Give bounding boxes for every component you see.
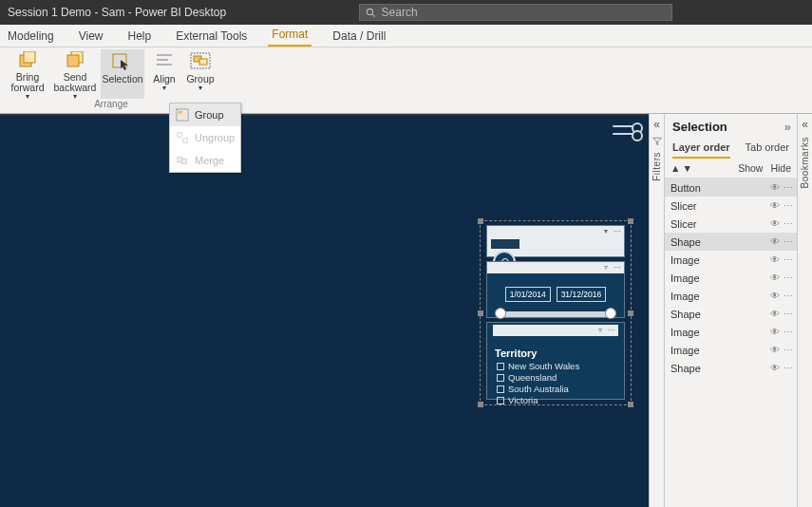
tab-help[interactable]: Help [124,26,156,47]
territory-option[interactable]: Victoria [497,395,618,405]
svg-rect-17 [178,133,181,137]
selection-item-name: Image [670,254,766,266]
visibility-icon[interactable]: 👁 [770,345,780,355]
svg-rect-5 [67,55,79,66]
resize-handle[interactable] [628,402,633,407]
slicer-date-from[interactable]: 1/01/2014 [505,287,551,302]
ribbon: Bring forward▾ Send backward▾ Selection … [0,47,812,114]
selection-item-name: Button [670,182,766,194]
show-all-button[interactable]: Show [738,162,763,174]
visibility-icon[interactable]: 👁 [770,182,780,193]
selection-item-name: Slicer [670,218,766,230]
selection-item-name: Shape [670,309,766,320]
more-options-icon[interactable]: ⋯ [784,236,793,247]
move-up-icon[interactable]: ▲ [670,162,680,174]
visibility-icon[interactable]: 👁 [770,327,780,337]
svg-rect-13 [199,59,207,65]
selection-item[interactable]: Shape👁⋯ [665,359,797,377]
visibility-icon[interactable]: 👁 [770,309,780,319]
selection-item[interactable]: Image👁⋯ [665,269,797,287]
tab-external-tools[interactable]: External Tools [172,26,251,47]
resize-handle[interactable] [478,402,483,407]
visual-territory-slicer[interactable]: ▿⋯ Territory New South Wales Queensland … [486,322,625,400]
visibility-icon[interactable]: 👁 [770,291,780,301]
align-button[interactable]: Align▾ [148,49,180,99]
resize-handle[interactable] [628,218,633,224]
tab-order-tab[interactable]: Tab order [746,141,789,159]
group-icon [176,108,189,122]
more-options-icon[interactable]: ⋯ [784,309,793,319]
filter-toggle-icon[interactable] [613,125,637,135]
selection-item[interactable]: Slicer👁⋯ [665,215,797,233]
selection-item[interactable]: Image👁⋯ [665,251,797,269]
slicer-date-to[interactable]: 31/12/2016 [557,287,607,302]
menu-item-ungroup: Ungroup [170,126,240,149]
resize-handle[interactable] [628,310,633,316]
more-options-icon[interactable]: ⋯ [784,363,793,373]
more-options-icon[interactable]: ⋯ [784,218,793,229]
slider-thumb-right[interactable] [605,308,616,319]
selection-item[interactable]: Image👁⋯ [665,323,797,341]
more-options-icon[interactable]: ⋯ [784,254,793,265]
layer-order-tab[interactable]: Layer order [672,141,730,159]
visibility-icon[interactable]: 👁 [770,254,780,265]
hide-all-button[interactable]: Hide [770,162,791,174]
selection-pane-button[interactable]: Selection [101,49,144,99]
move-down-icon[interactable]: ▼ [682,162,691,174]
visibility-icon[interactable]: 👁 [770,236,780,247]
selection-item[interactable]: Shape👁⋯ [665,233,797,251]
more-options-icon[interactable]: ⋯ [784,272,793,283]
visibility-icon[interactable]: 👁 [770,200,780,211]
selection-item-name: Image [670,272,766,284]
selection-list: Button👁⋯Slicer👁⋯Slicer👁⋯Shape👁⋯Image👁⋯Im… [665,178,797,507]
selection-item-name: Image [670,345,766,356]
visibility-icon[interactable]: 👁 [770,363,780,373]
territory-option[interactable]: South Australia [497,384,618,394]
ribbon-tabs: Modeling View Help External Tools Format… [0,25,812,47]
visual-button[interactable]: ▾⋯ ↶ [486,225,625,257]
date-slider[interactable] [497,311,614,317]
selection-item[interactable]: Button👁⋯ [665,178,797,197]
expand-pane-icon[interactable]: » [784,120,791,134]
resize-handle[interactable] [478,218,483,224]
selection-item-name: Shape [670,236,766,248]
selection-item[interactable]: Shape👁⋯ [665,305,797,323]
group-dropdown-menu: Group Ungroup Merge [169,103,241,173]
more-options-icon[interactable]: ⋯ [784,200,793,211]
resize-handle[interactable] [478,310,483,316]
more-options-icon[interactable]: ⋯ [784,345,793,355]
main-area: ▾⋯ ↶ ▿⋯ 1/01/2014 31/12/2016 ▿⋯ Terri [0,114,812,507]
selection-item[interactable]: Image👁⋯ [665,287,797,305]
selection-item[interactable]: Image👁⋯ [665,341,797,359]
filters-pane-collapsed[interactable]: « Filters [649,114,664,507]
slider-thumb-left[interactable] [495,308,506,319]
chevron-left-icon: « [653,118,660,131]
visibility-icon[interactable]: 👁 [770,218,780,229]
bring-forward-button[interactable]: Bring forward▾ [6,49,49,99]
territory-option[interactable]: New South Wales [497,361,618,371]
svg-line-1 [371,13,374,16]
visibility-icon[interactable]: 👁 [770,272,780,283]
selection-item[interactable]: Slicer👁⋯ [665,197,797,215]
selection-item-name: Image [670,327,766,338]
send-backward-button[interactable]: Send backward▾ [53,49,97,99]
group-button[interactable]: Group▾ [184,49,217,99]
more-options-icon[interactable]: ⋯ [784,182,793,193]
visual-date-slicer[interactable]: ▿⋯ 1/01/2014 31/12/2016 [486,261,625,318]
tab-format[interactable]: Format [268,24,312,47]
selection-item-name: Image [670,291,766,302]
menu-item-group[interactable]: Group [170,103,240,126]
territory-option[interactable]: Queensland [497,372,618,383]
title-bar: Session 1 Demo - Sam - Power BI Desktop … [0,0,812,25]
tab-modeling[interactable]: Modeling [4,26,58,47]
more-options-icon[interactable]: ⋯ [784,291,793,301]
search-placeholder: Search [382,6,418,19]
bookmarks-pane-collapsed[interactable]: « Bookmarks [797,114,812,507]
report-canvas[interactable]: ▾⋯ ↶ ▿⋯ 1/01/2014 31/12/2016 ▿⋯ Terri [0,114,649,507]
search-box[interactable]: Search [359,4,672,21]
visual-selection-group[interactable]: ▾⋯ ↶ ▿⋯ 1/01/2014 31/12/2016 ▿⋯ Terri [480,220,632,405]
more-options-icon[interactable]: ⋯ [784,327,793,337]
ribbon-group-label: Arrange [94,99,128,109]
tab-view[interactable]: View [75,26,107,47]
tab-data-drill[interactable]: Data / Drill [329,26,389,47]
